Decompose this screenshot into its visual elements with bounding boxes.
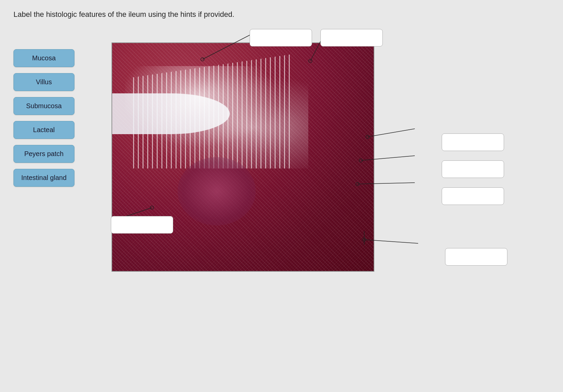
answer-box-right-3[interactable] — [442, 187, 504, 205]
content-area: Mucosa Villus Submucosa Lacteal Peyers p… — [13, 29, 550, 272]
lumen-space — [112, 93, 230, 134]
answer-input-right-3[interactable] — [442, 188, 504, 205]
answer-input-bottom-left[interactable] — [111, 216, 173, 233]
answer-box-top-right[interactable] — [320, 29, 383, 47]
label-btn-intestinal-gland[interactable]: Intestinal gland — [13, 169, 74, 187]
answer-box-right-2[interactable] — [442, 160, 504, 178]
label-btn-villus[interactable]: Villus — [13, 73, 74, 91]
answer-box-bottom-left[interactable] — [111, 216, 173, 234]
diagram-area — [85, 29, 550, 272]
answer-box-right-4[interactable] — [445, 248, 507, 266]
label-btn-mucosa[interactable]: Mucosa — [13, 49, 74, 67]
label-buttons-panel: Mucosa Villus Submucosa Lacteal Peyers p… — [13, 49, 74, 187]
villi-overlay — [133, 55, 290, 169]
answer-input-right-4[interactable] — [445, 248, 507, 265]
answer-box-right-1[interactable] — [442, 133, 504, 151]
answer-input-top-right[interactable] — [321, 29, 382, 46]
page: Label the histologic features of the ile… — [0, 0, 563, 392]
svg-line-4 — [368, 129, 415, 137]
instruction-text: Label the histologic features of the ile… — [13, 10, 550, 19]
peyers-patch-area — [178, 157, 256, 225]
label-btn-lacteal[interactable]: Lacteal — [13, 121, 74, 139]
label-btn-peyers-patch[interactable]: Peyers patch — [13, 145, 74, 163]
answer-input-right-1[interactable] — [442, 134, 504, 151]
histology-image — [112, 42, 374, 272]
label-btn-submucosa[interactable]: Submucosa — [13, 97, 74, 115]
answer-input-right-2[interactable] — [442, 161, 504, 178]
answer-input-top-left[interactable] — [250, 29, 312, 46]
answer-box-top-left[interactable] — [250, 29, 312, 47]
